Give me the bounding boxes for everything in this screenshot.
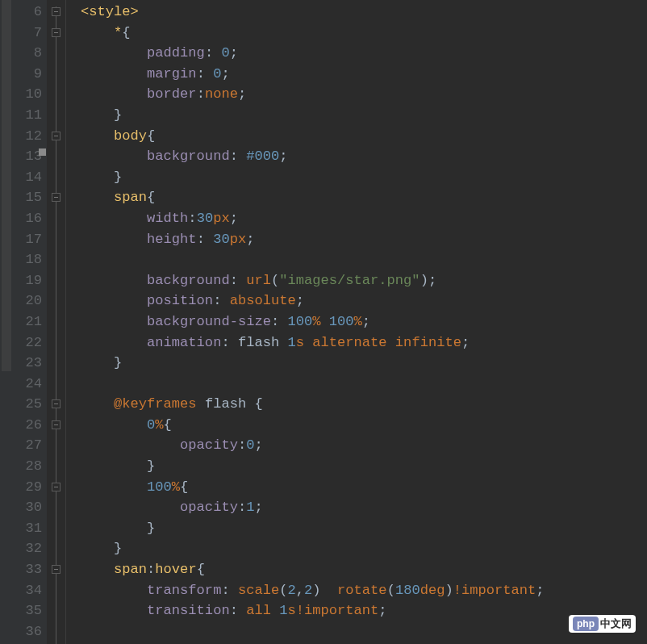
line-number: 25 [13, 394, 47, 415]
line-number: 24 [13, 374, 47, 395]
line-number: 12 [13, 126, 47, 147]
viewport-indicator [2, 0, 11, 371]
line-number: 28 [13, 456, 47, 477]
line-number: 30 [13, 497, 47, 518]
bookmark-icon [39, 148, 46, 156]
line-number: 34 [13, 580, 47, 601]
fold-toggle-icon[interactable] [52, 132, 61, 140]
logo-badge: php 中文网 [569, 615, 636, 633]
code-content[interactable]: <style> *{ padding: 0; margin: 0; border… [81, 2, 647, 644]
line-number: 15 [13, 187, 47, 208]
line-number: 33 [13, 559, 47, 580]
line-number: 9 [13, 64, 47, 85]
line-number: 10 [13, 84, 47, 105]
line-number: 14 [13, 167, 47, 188]
line-number: 22 [13, 332, 47, 353]
line-number: 7 [13, 23, 47, 44]
code-editor[interactable]: 6789101112131415161718192021222324252627… [0, 0, 647, 644]
scroll-marks-gutter [0, 0, 13, 644]
logo-php-text: php [573, 617, 599, 631]
line-number: 27 [13, 435, 47, 456]
logo-cn-text: 中文网 [600, 617, 632, 631]
code-area[interactable]: <style> *{ padding: 0; margin: 0; border… [66, 0, 647, 644]
line-number: 8 [13, 43, 47, 64]
line-number: 35 [13, 600, 47, 621]
line-number: 16 [13, 208, 47, 229]
line-number: 20 [13, 291, 47, 312]
line-number: 19 [13, 270, 47, 291]
line-number: 36 [13, 621, 47, 642]
line-number-gutter: 6789101112131415161718192021222324252627… [13, 0, 47, 644]
fold-toggle-icon[interactable] [52, 28, 61, 37]
watermark-logo: php 中文网 [569, 615, 636, 633]
fold-toggle-icon[interactable] [52, 483, 61, 491]
line-number: 31 [13, 518, 47, 539]
line-number: 29 [13, 477, 47, 498]
line-number: 6 [13, 2, 47, 23]
line-number: 18 [13, 249, 47, 270]
line-number: 26 [13, 415, 47, 436]
line-number: 32 [13, 538, 47, 559]
line-number: 11 [13, 105, 47, 126]
fold-toggle-icon[interactable] [52, 420, 61, 429]
fold-toggle-icon[interactable] [52, 193, 61, 202]
fold-toggle-icon[interactable] [52, 565, 61, 574]
fold-toggle-icon[interactable] [52, 7, 61, 16]
line-number: 21 [13, 312, 47, 332]
line-number: 17 [13, 229, 47, 250]
fold-gutter[interactable] [47, 0, 66, 644]
line-number: 23 [13, 353, 47, 374]
fold-toggle-icon[interactable] [52, 399, 61, 408]
